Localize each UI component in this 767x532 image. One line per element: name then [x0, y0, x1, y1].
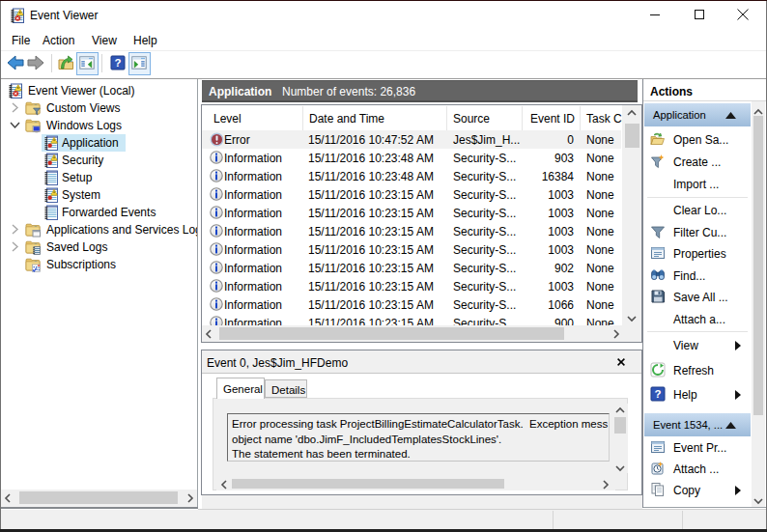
- svg-text:?: ?: [114, 57, 121, 69]
- svg-text:?: ?: [654, 388, 661, 400]
